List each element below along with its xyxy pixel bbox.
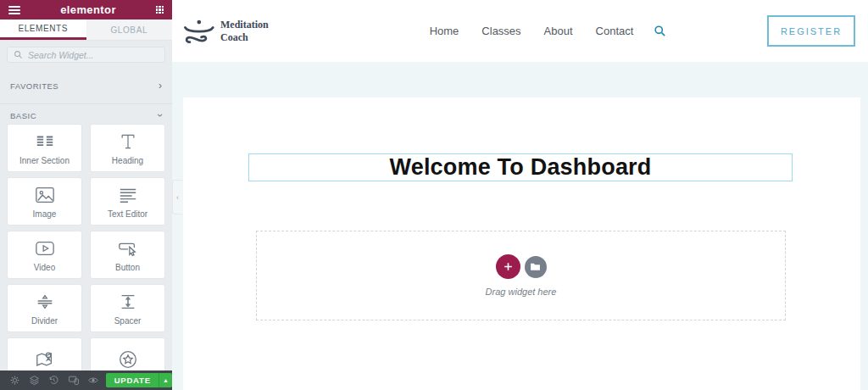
responsive-mode-icon[interactable] [66,373,81,388]
image-icon [34,185,56,205]
widget-text-editor[interactable]: Text Editor [90,177,165,226]
widget-spacer[interactable]: Spacer [90,284,165,332]
section-divider [0,103,172,104]
site-search-icon[interactable] [654,25,666,37]
widget-label: Image [33,209,57,219]
nav-about[interactable]: About [544,25,573,37]
nav-contact[interactable]: Contact [596,25,634,37]
page-canvas: Welcome To Dashboard Drag widget here [183,98,860,390]
divider-icon [34,292,56,312]
nav-home[interactable]: Home [430,25,459,37]
widget-inner-section[interactable]: Inner Section [7,124,82,172]
preview-eye-icon[interactable] [86,373,101,388]
search-area [0,41,172,70]
elementor-panel: elementor ELEMENTS GLOBAL FAVORITES › BA… [0,0,172,390]
empty-section-dropzone[interactable]: Drag widget here [256,231,786,320]
update-button[interactable]: UPDATE [106,373,159,387]
heading-icon [118,131,138,152]
inner-section-icon [34,131,56,152]
widget-label: Text Editor [108,209,147,219]
panel-footer: UPDATE ▲ [0,370,172,390]
register-button[interactable]: REGISTER [767,15,855,47]
history-icon[interactable] [47,373,62,388]
tab-global[interactable]: GLOBAL [86,20,173,40]
widget-button[interactable]: Button [90,231,165,279]
basic-label: BASIC [10,111,36,120]
site-nav: Home Classes About Contact [430,25,634,37]
widget-label: Heading [112,156,143,165]
widgets-grid: Inner Section Heading Image [7,124,165,386]
search-icon [14,50,23,59]
settings-gear-icon[interactable] [8,373,23,388]
star-icon [117,348,139,370]
site-logo-text: Meditation Coach [220,19,269,43]
site-header: Meditation Coach Home Classes About Cont… [172,0,868,62]
spacer-icon [117,292,139,312]
widget-label: Inner Section [19,156,70,165]
panel-header: elementor [0,0,172,20]
drag-widget-hint: Drag widget here [486,287,557,297]
navigator-layers-icon[interactable] [27,373,42,388]
widget-heading[interactable]: Heading [90,124,165,172]
meditation-logo-icon [181,18,214,45]
widget-label: Divider [31,316,58,326]
map-icon [34,349,56,370]
favorites-label: FAVORITES [10,81,58,91]
add-section-button[interactable] [496,254,520,279]
elementor-logo: elementor [20,3,156,16]
apps-grid-icon[interactable] [156,6,164,14]
widget-search-input[interactable] [28,50,159,60]
plus-icon [503,261,514,272]
heading-element[interactable]: Welcome To Dashboard [248,153,793,181]
site-logo[interactable]: Meditation Coach [181,18,269,45]
menu-icon[interactable] [8,6,20,14]
widget-divider[interactable]: Divider [7,284,82,332]
section-favorites[interactable]: FAVORITES › [0,76,172,95]
preview-stage: Meditation Coach Home Classes About Cont… [172,0,868,390]
widget-label: Video [34,263,55,272]
text-editor-icon [117,185,139,205]
template-library-button[interactable] [525,256,547,278]
widget-image[interactable]: Image [7,177,82,226]
chevron-down-icon: › [155,114,165,117]
update-options-arrow[interactable]: ▲ [159,373,172,387]
nav-classes[interactable]: Classes [481,25,520,37]
tab-elements[interactable]: ELEMENTS [0,20,86,40]
button-icon [117,238,139,259]
panel-tabs: ELEMENTS GLOBAL [0,20,172,41]
chevron-right-icon: › [159,81,162,91]
panel-collapse-handle[interactable]: › [172,180,182,214]
page-heading: Welcome To Dashboard [389,154,651,181]
elementor-editor: elementor ELEMENTS GLOBAL FAVORITES › BA… [0,0,868,390]
section-basic[interactable]: BASIC › [0,106,172,125]
widget-search[interactable] [7,47,165,63]
video-icon [34,238,56,259]
folder-icon [530,262,541,271]
widget-label: Button [115,263,140,272]
widget-video[interactable]: Video [7,231,82,279]
widget-label: Spacer [114,316,142,326]
